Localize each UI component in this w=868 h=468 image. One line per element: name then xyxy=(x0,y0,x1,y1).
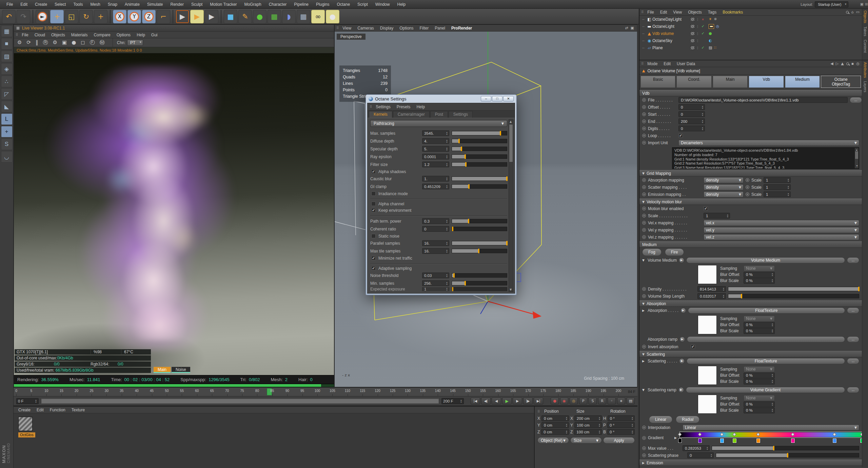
object-name[interactable]: OctaneSky xyxy=(652,38,690,43)
render-preview[interactable]: GTX 1070[T][6.1] %98 67°C Out-of-core us… xyxy=(14,53,334,375)
spinner-icon[interactable]: ▲▼ xyxy=(446,177,448,181)
slider-thumb[interactable] xyxy=(506,176,508,181)
checkbox-alpha-channel[interactable] xyxy=(371,202,376,206)
menu-help[interactable]: Help xyxy=(393,0,409,9)
keyframe-circle[interactable] xyxy=(642,426,646,429)
picture-frame-icon[interactable]: ◻ xyxy=(81,39,85,46)
maximize-button[interactable]: □ xyxy=(492,96,502,101)
param-slider[interactable] xyxy=(452,219,507,223)
lv-menu-file[interactable]: File xyxy=(19,33,31,37)
expand-arrow-icon[interactable]: ▶ xyxy=(674,436,678,439)
menu-plugins[interactable]: Plugins xyxy=(312,0,333,9)
timeline-ruler[interactable]: 84 F 05101520253035404550556065707580859… xyxy=(14,387,637,396)
lv-menu-compare[interactable]: Compare xyxy=(91,33,113,37)
scattering-ramp-link[interactable]: Volume Gradient xyxy=(686,387,845,393)
object-axis-icon[interactable]: L xyxy=(1,113,13,125)
focus-picker-icon[interactable]: Ⓕ xyxy=(90,39,95,46)
link-arrow-icon[interactable]: ▶ xyxy=(679,358,685,364)
menu-select[interactable]: Select xyxy=(51,0,70,9)
link-arrow-icon[interactable]: ▶ xyxy=(679,258,684,263)
expand-arrow-icon[interactable]: ▶ xyxy=(642,309,646,312)
lv-menu-gui[interactable]: Gui xyxy=(148,33,161,37)
am-menu-user-data[interactable]: User Data xyxy=(674,61,698,66)
object-name[interactable]: Vdb volume xyxy=(652,31,690,36)
checkbox-keep-environment[interactable]: ✓ xyxy=(371,208,376,212)
environment-sphere-icon[interactable]: ● xyxy=(326,10,339,23)
keyframe-circle[interactable] xyxy=(642,192,646,196)
velocity-scale-field[interactable]: 1▲▼ xyxy=(704,213,730,219)
motion-blur-checkbox[interactable]: ✓ xyxy=(704,206,708,211)
attribute-tab-octane-objecttag[interactable]: Octane ObjectTag xyxy=(821,76,861,88)
section-grid-mapping[interactable]: ▼Grid Mapping xyxy=(639,170,862,176)
layer-toggle-icon[interactable] xyxy=(690,32,695,36)
object-row-octanedaylight[interactable]: –◧OctaneDayLight⋮×☀☼ xyxy=(639,16,868,23)
attribute-tab-vdb[interactable]: Vdb xyxy=(749,76,784,88)
region-render-icon[interactable]: Ⓡ xyxy=(43,39,48,46)
param-value-field[interactable]: 1▲▼ xyxy=(422,287,449,291)
browse-file-button[interactable]: ... xyxy=(850,97,862,103)
range-start-field[interactable]: 0 F▲▼ xyxy=(16,398,39,404)
record-pla-icon[interactable]: ∗ xyxy=(617,397,625,405)
help-icon[interactable]: ? xyxy=(639,466,862,467)
emission-scale-field[interactable]: 1▲▼ xyxy=(764,191,791,197)
menu-sculpt[interactable]: Sculpt xyxy=(188,0,206,9)
record-parameter-icon[interactable]: ◦ xyxy=(608,397,616,405)
coordinate-field[interactable]: 100 cm▲▼ xyxy=(574,429,602,435)
render-picture-viewer-icon[interactable]: ▶ xyxy=(190,10,204,23)
metaball-icon[interactable]: ◗ xyxy=(282,10,296,23)
param-slider[interactable] xyxy=(452,184,507,189)
layer-tag-icon[interactable]: ▨ xyxy=(709,45,712,50)
tab-noise[interactable]: Noise xyxy=(172,367,190,373)
keyframe-circle[interactable] xyxy=(746,178,749,182)
param-value-field[interactable]: 0.451209▲▼ xyxy=(422,184,449,189)
density-slider[interactable] xyxy=(728,287,859,291)
drag-grip-icon[interactable]: ⠿ xyxy=(16,33,18,37)
sampling-dropdown[interactable]: None▼ xyxy=(744,395,775,401)
menu-motion-tracker[interactable]: Motion Tracker xyxy=(206,0,240,9)
blur-offset-field[interactable]: 0 %▲▼ xyxy=(744,322,775,328)
param-value-field[interactable]: 0.3▲▼ xyxy=(422,218,449,224)
pause-render-icon[interactable]: ‖ xyxy=(36,39,38,46)
visibility-dots-icon[interactable]: ⋮ xyxy=(696,25,699,28)
om-menu-file[interactable]: File xyxy=(644,10,657,15)
keyframe-circle[interactable] xyxy=(746,185,749,189)
menu-create[interactable]: Create xyxy=(31,0,51,9)
step-length-slider[interactable] xyxy=(728,294,859,298)
slider-thumb[interactable] xyxy=(468,184,470,189)
side-tab-objects[interactable]: Objects xyxy=(863,11,867,23)
scatter-scale-field[interactable]: 1▲▼ xyxy=(764,184,791,190)
spinner-icon[interactable]: ▲▼ xyxy=(598,423,600,427)
edges-mode-icon[interactable]: ◸ xyxy=(1,88,13,100)
keyframe-circle[interactable] xyxy=(642,127,646,130)
layer-toggle-icon[interactable] xyxy=(690,17,695,21)
spinner-icon[interactable]: ▲▼ xyxy=(446,219,448,223)
volume-medium-browse[interactable]: ... xyxy=(847,257,859,263)
side-tab-takes[interactable]: Takes xyxy=(863,26,867,36)
fog-button[interactable]: Fog xyxy=(642,248,662,256)
absorption-scale-field[interactable]: 1▲▼ xyxy=(764,177,791,183)
density-field[interactable]: 814.5413▲▼ xyxy=(697,286,726,292)
keyframe-circle[interactable] xyxy=(746,192,749,196)
dialog-scrollbar[interactable]: ▲ ▼ xyxy=(509,119,513,292)
up-icon[interactable]: ▲ xyxy=(841,61,844,66)
visibility-dots-icon[interactable]: ⋮ xyxy=(696,46,699,50)
keyframe-circle[interactable] xyxy=(642,228,646,232)
lv-menu-options[interactable]: Options xyxy=(114,33,134,37)
end-field[interactable]: 200▲▼ xyxy=(678,118,705,124)
magnet-icon[interactable]: ◡ xyxy=(1,151,13,163)
live-selection-icon[interactable]: ► xyxy=(36,10,49,23)
section-velocity-motion-blur[interactable]: ▼Velocity motion blur xyxy=(639,199,862,205)
coord-system-icon[interactable]: ⌐ xyxy=(157,10,170,23)
model-mode-icon[interactable]: ■ xyxy=(1,38,13,50)
spinner-icon[interactable]: ▲▼ xyxy=(446,147,448,151)
file-path-field[interactable]: D:\WORK\octane\tests\_Volume-object-scen… xyxy=(678,97,848,103)
vely-dropdown[interactable]: vel.y▼ xyxy=(704,227,859,233)
menu-file[interactable]: File xyxy=(3,0,17,9)
light-tag-icon[interactable]: ◎ xyxy=(716,24,719,29)
spinner-icon[interactable]: ▲▼ xyxy=(446,274,448,278)
menu-render[interactable]: Render xyxy=(167,0,188,9)
menu-animate[interactable]: Animate xyxy=(121,0,143,9)
gradient-swatch[interactable] xyxy=(698,438,702,443)
param-slider[interactable] xyxy=(452,147,507,151)
dialog-menu-help[interactable]: Help xyxy=(413,105,428,109)
